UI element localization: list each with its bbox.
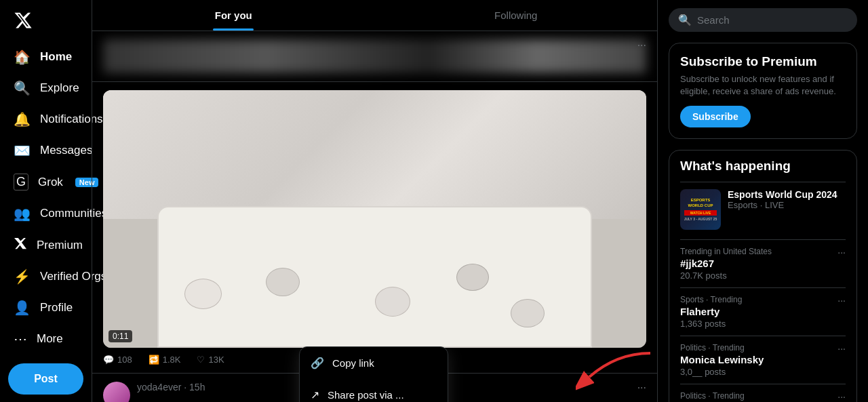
sidebar-label-premium: Premium xyxy=(37,239,83,252)
blurred-post: ··· xyxy=(92,31,657,82)
trend-more-icon[interactable]: ··· xyxy=(837,343,846,354)
sidebar-item-home[interactable]: 🏠 Home xyxy=(8,42,83,72)
main-feed: For you Following ··· xyxy=(92,0,658,402)
sidebar-label-more: More xyxy=(37,332,63,346)
subscribe-button[interactable]: Subscribe xyxy=(680,106,751,127)
share-post-icon: ↗ xyxy=(311,388,319,401)
sidebar-label-explore: Explore xyxy=(40,81,79,95)
sidebar-item-grok[interactable]: G Grok New xyxy=(8,167,83,197)
like-action[interactable]: ♡ 13K xyxy=(197,355,224,365)
sidebar-label-messages: Messages xyxy=(40,144,92,157)
reply-icon: 💬 xyxy=(103,355,114,365)
sidebar-item-profile[interactable]: 👤 Profile xyxy=(8,293,83,323)
x-logo[interactable] xyxy=(8,5,83,38)
trend-item-flaherty[interactable]: ··· Sports · Trending Flaherty 1,363 pos… xyxy=(680,287,846,336)
video-post: 0:11 💬 108 🔁 1.8K ♡ 13K 🔗 xyxy=(92,82,657,374)
whats-happening-section: What's happening ESPORTS WORLD CUP WATCH… xyxy=(669,150,857,402)
grok-icon: G xyxy=(14,174,28,190)
sidebar-item-premium[interactable]: Premium xyxy=(8,230,83,260)
like-icon: ♡ xyxy=(197,355,205,365)
whats-happening-title: What's happening xyxy=(680,159,846,174)
profile-icon: 👤 xyxy=(14,300,31,316)
retweet-action[interactable]: 🔁 1.8K xyxy=(149,355,181,365)
premium-icon xyxy=(14,237,27,254)
sidebar-label-grok: Grok xyxy=(38,176,63,189)
sidebar-item-communities[interactable]: 👥 Communities xyxy=(8,199,83,228)
sidebar-item-messages[interactable]: ✉️ Messages xyxy=(8,136,83,165)
video-timestamp: 0:11 xyxy=(108,330,132,342)
right-sidebar: 🔍 Subscribe to Premium Subscribe to unlo… xyxy=(658,0,868,402)
sidebar-item-notifications[interactable]: 🔔 Notifications xyxy=(8,104,83,134)
context-menu-share-post[interactable]: ↗ Share post via ... xyxy=(300,379,448,402)
sidebar-item-verified-orgs[interactable]: ⚡ Verified Orgs xyxy=(8,262,83,292)
sidebar-label-home: Home xyxy=(40,50,72,64)
sidebar-item-more[interactable]: ⋯ More xyxy=(8,324,83,354)
search-icon: 🔍 xyxy=(678,14,692,26)
notifications-icon: 🔔 xyxy=(14,111,31,127)
feed-content: ··· xyxy=(92,31,657,402)
trend-category: Politics · Trending xyxy=(680,343,846,353)
premium-card: Subscribe to Premium Subscribe to unlock… xyxy=(669,43,857,139)
search-bar: 🔍 xyxy=(669,8,857,32)
esports-subtitle: Esports · LIVE xyxy=(728,200,846,210)
trend-item-esports[interactable]: ESPORTS WORLD CUP WATCH LIVE JULY 3 - AU… xyxy=(680,182,846,239)
retweet-icon: 🔁 xyxy=(149,355,159,365)
trend-item-monica-lewinsky[interactable]: ··· Politics · Trending Monica Lewinsky … xyxy=(680,336,846,384)
trend-category: Trending in United States xyxy=(680,247,846,256)
sidebar-label-profile: Profile xyxy=(40,301,73,315)
esports-title: Esports World Cup 2024 xyxy=(728,189,846,200)
video-container[interactable]: 0:11 xyxy=(103,90,646,348)
username: yoda4ever xyxy=(137,382,181,393)
trend-count: 1,363 posts xyxy=(680,319,846,329)
trend-more-icon[interactable]: ··· xyxy=(837,247,846,258)
trend-name: #jjk267 xyxy=(680,258,846,269)
trend-name: Monica Lewinsky xyxy=(680,354,846,365)
avatar-image xyxy=(103,382,130,402)
post-button[interactable]: Post xyxy=(8,363,83,395)
blurred-strip xyxy=(103,39,646,73)
esports-thumbnail: ESPORTS WORLD CUP WATCH LIVE JULY 3 - AU… xyxy=(680,189,721,230)
trend-item-pete-buttigieg[interactable]: ··· Politics · Trending Pete Buttigieg 2… xyxy=(680,384,846,402)
time-ago: 15h xyxy=(189,382,205,393)
avatar xyxy=(103,382,130,402)
copy-link-icon: 🔗 xyxy=(311,357,324,369)
context-menu: 🔗 Copy link ↗ Share post via ... ✉ Send … xyxy=(299,346,448,402)
trend-category: Sports · Trending xyxy=(680,295,846,304)
bottom-preview-meta: yoda4ever · 15h xyxy=(137,382,205,393)
feed-tabs: For you Following xyxy=(92,0,657,31)
trend-item-jjk267[interactable]: ··· Trending in United States #jjk267 20… xyxy=(680,239,846,287)
more-icon: ⋯ xyxy=(14,331,27,347)
tab-for-you[interactable]: For you xyxy=(92,0,375,31)
esports-info: Esports World Cup 2024 Esports · LIVE xyxy=(728,189,846,210)
reply-action[interactable]: 💬 108 xyxy=(103,355,132,365)
sidebar-item-explore[interactable]: 🔍 Explore xyxy=(8,73,83,103)
sidebar: 🏠 Home 🔍 Explore 🔔 Notifications ✉️ Mess… xyxy=(0,0,92,402)
messages-icon: ✉️ xyxy=(14,142,31,159)
verified-orgs-icon: ⚡ xyxy=(14,268,31,285)
context-menu-copy-link[interactable]: 🔗 Copy link xyxy=(300,347,448,379)
communities-icon: 👥 xyxy=(14,205,31,222)
trend-count: 20.7K posts xyxy=(680,270,846,281)
esports-card: ESPORTS WORLD CUP WATCH LIVE JULY 3 - AU… xyxy=(680,189,846,230)
home-icon: 🏠 xyxy=(14,49,31,65)
explore-icon: 🔍 xyxy=(14,80,31,96)
trend-name: Flaherty xyxy=(680,306,846,317)
trend-more-icon[interactable]: ··· xyxy=(837,295,846,306)
premium-title: Subscribe to Premium xyxy=(680,54,846,69)
more-options-icon-top[interactable]: ··· xyxy=(637,39,646,52)
trend-count: 3,0__ posts xyxy=(680,367,846,377)
tab-following[interactable]: Following xyxy=(375,0,658,31)
trend-more-icon[interactable]: ··· xyxy=(837,391,846,402)
video-thumbnail xyxy=(103,90,646,348)
trend-category: Politics · Trending xyxy=(680,391,846,401)
search-input[interactable] xyxy=(697,14,848,26)
premium-description: Subscribe to unlock new features and if … xyxy=(680,73,846,98)
more-options-icon-bottom[interactable]: ··· xyxy=(637,382,646,394)
